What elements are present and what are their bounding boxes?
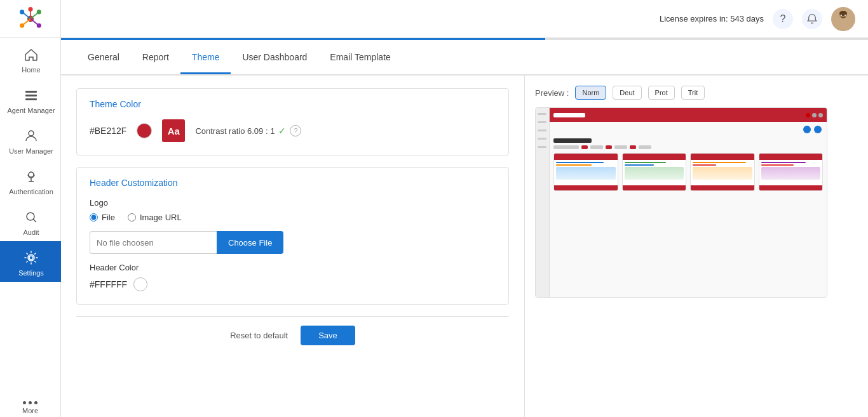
svg-rect-12 bbox=[25, 95, 37, 96]
notification-icon[interactable] bbox=[802, 9, 822, 29]
license-text: License expires in: 543 days bbox=[660, 14, 764, 23]
sidebar-item-audit-label: Audit bbox=[23, 228, 39, 236]
authentication-icon bbox=[21, 168, 41, 185]
sidebar-item-audit[interactable]: Audit bbox=[0, 201, 61, 241]
tab-email-template[interactable]: Email Template bbox=[318, 42, 402, 74]
aa-preview-box: Aa bbox=[162, 119, 185, 142]
svg-point-17 bbox=[29, 256, 33, 260]
tab-user-dashboard[interactable]: User Dashboard bbox=[231, 42, 318, 74]
dots-icon bbox=[23, 401, 37, 404]
radio-file-input[interactable] bbox=[90, 213, 98, 222]
main-area: License expires in: 543 days ? General R… bbox=[61, 0, 868, 417]
svg-point-2 bbox=[20, 10, 24, 14]
radio-image-url-label: Image URL bbox=[140, 213, 182, 222]
sidebar-item-user-manager[interactable]: User Manager bbox=[0, 119, 61, 160]
header-color-row: #FFFFFF bbox=[90, 277, 496, 291]
check-icon: ✓ bbox=[278, 126, 286, 136]
svg-point-8 bbox=[36, 23, 41, 27]
mini-dashboard-header bbox=[550, 108, 827, 122]
header-color-hex: #FFFFFF bbox=[90, 279, 127, 289]
settings-icon bbox=[21, 249, 41, 267]
reset-button[interactable]: Reset to default bbox=[230, 331, 288, 340]
tab-theme[interactable]: Theme bbox=[180, 42, 231, 74]
user-manager-icon bbox=[21, 127, 41, 145]
preview-btn-deut[interactable]: Deut bbox=[613, 86, 641, 100]
mini-chart-3 bbox=[690, 153, 755, 191]
left-panel: Theme Color #BE212F Aa Contrast ratio 6.… bbox=[61, 76, 525, 417]
save-button[interactable]: Save bbox=[301, 326, 355, 345]
preview-btn-norm[interactable]: Norm bbox=[575, 86, 606, 100]
sidebar-item-home[interactable]: Home bbox=[0, 38, 61, 79]
svg-point-6 bbox=[20, 23, 24, 27]
svg-point-23 bbox=[841, 15, 842, 16]
file-name-display: No file choosen bbox=[90, 231, 217, 254]
svg-point-14 bbox=[29, 131, 34, 136]
sidebar: Home Agent Manager User Manager Authenti… bbox=[0, 0, 61, 417]
sidebar-item-home-label: Home bbox=[22, 66, 40, 74]
bottom-action-bar: Reset to default Save bbox=[76, 316, 509, 354]
sidebar-item-settings-label: Settings bbox=[18, 269, 44, 277]
svg-point-10 bbox=[28, 6, 32, 11]
content-body: Theme Color #BE212F Aa Contrast ratio 6.… bbox=[61, 76, 868, 417]
svg-point-20 bbox=[835, 20, 851, 31]
right-panel: Preview : Norm Deut Prot Trit bbox=[525, 76, 868, 417]
radio-file[interactable]: File bbox=[90, 213, 115, 222]
radio-row: File Image URL bbox=[90, 213, 496, 222]
mini-circle-blue1 bbox=[803, 126, 811, 133]
theme-color-title: Theme Color bbox=[90, 99, 496, 109]
mini-dashboard-main bbox=[550, 108, 827, 297]
logo-label: Logo bbox=[90, 198, 496, 208]
sidebar-item-settings[interactable]: Settings bbox=[0, 241, 61, 282]
contrast-ratio-text: Contrast ratio 6.09 : 1 ✓ ? bbox=[195, 125, 301, 136]
svg-point-22 bbox=[839, 11, 847, 16]
preview-label: Preview : bbox=[535, 88, 569, 98]
sidebar-more[interactable]: More bbox=[0, 394, 61, 417]
mini-chart-1 bbox=[553, 153, 618, 191]
info-icon[interactable]: ? bbox=[290, 125, 301, 136]
tab-report[interactable]: Report bbox=[131, 42, 180, 74]
mini-dashboard-content bbox=[550, 135, 827, 297]
mini-chart-4 bbox=[759, 153, 824, 191]
avatar[interactable] bbox=[831, 7, 855, 31]
sidebar-item-agent-manager[interactable]: Agent Manager bbox=[0, 79, 61, 119]
radio-image-url[interactable]: Image URL bbox=[128, 213, 182, 222]
more-label: More bbox=[22, 407, 38, 414]
svg-rect-11 bbox=[25, 91, 37, 93]
header-customization-section: Header Customization Logo File Image URL bbox=[76, 167, 509, 305]
preview-btn-trit[interactable]: Trit bbox=[681, 86, 705, 100]
mini-header-dots bbox=[806, 113, 823, 117]
help-icon[interactable]: ? bbox=[773, 9, 793, 29]
preview-btn-prot[interactable]: Prot bbox=[648, 86, 675, 100]
theme-color-row: #BE212F Aa Contrast ratio 6.09 : 1 ✓ ? bbox=[90, 119, 496, 142]
topbar: License expires in: 543 days ? bbox=[61, 0, 868, 38]
mini-circle-blue2 bbox=[814, 126, 822, 133]
sidebar-item-authentication[interactable]: Authentication bbox=[0, 160, 61, 201]
choose-file-button[interactable]: Choose File bbox=[217, 231, 283, 254]
svg-rect-13 bbox=[25, 98, 37, 100]
preview-row: Preview : Norm Deut Prot Trit bbox=[535, 86, 705, 100]
tab-bar: General Report Theme User Dashboard Emai… bbox=[61, 40, 868, 76]
header-color-picker[interactable] bbox=[133, 277, 147, 291]
theme-color-picker[interactable] bbox=[137, 123, 152, 138]
mini-chart-2 bbox=[622, 153, 687, 191]
logo-section: Logo File Image URL No file choosen bbox=[90, 198, 496, 254]
tab-general[interactable]: General bbox=[76, 42, 131, 74]
header-color-label: Header Color bbox=[90, 263, 496, 272]
theme-color-section: Theme Color #BE212F Aa Contrast ratio 6.… bbox=[76, 88, 509, 156]
sidebar-logo bbox=[0, 0, 61, 38]
svg-point-24 bbox=[844, 15, 846, 16]
header-customization-title: Header Customization bbox=[90, 178, 496, 188]
theme-hex-value: #BE212F bbox=[90, 126, 126, 136]
sidebar-item-agent-manager-label: Agent Manager bbox=[7, 107, 55, 114]
radio-image-url-input[interactable] bbox=[128, 213, 136, 222]
mini-dashboard-preview bbox=[535, 107, 827, 298]
agent-manager-icon bbox=[21, 86, 41, 104]
file-input-row: No file choosen Choose File bbox=[90, 231, 496, 254]
mini-dashboard-sidebar bbox=[536, 108, 550, 297]
svg-point-4 bbox=[36, 10, 41, 14]
sidebar-item-user-manager-label: User Manager bbox=[9, 147, 53, 155]
sidebar-item-authentication-label: Authentication bbox=[9, 188, 53, 195]
home-icon bbox=[21, 46, 41, 63]
radio-file-label: File bbox=[102, 213, 115, 222]
audit-icon bbox=[21, 208, 41, 226]
